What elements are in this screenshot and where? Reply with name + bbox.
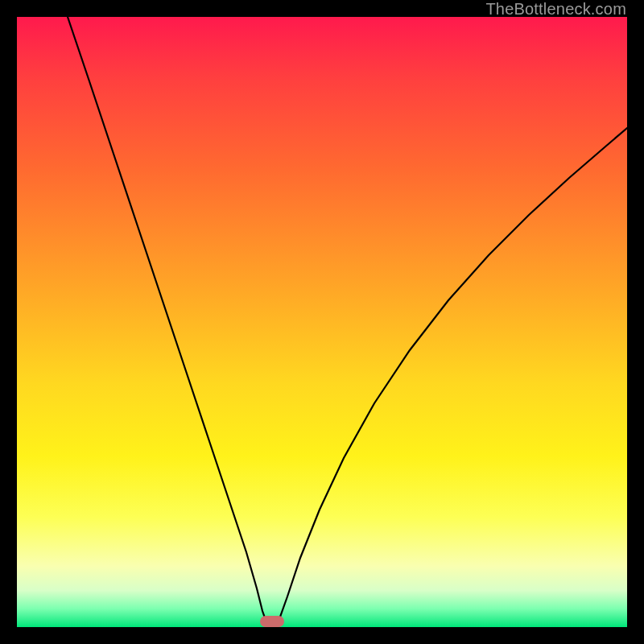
curve-svg <box>17 17 627 627</box>
curve-right-branch <box>275 128 627 627</box>
chart-frame: TheBottleneck.com <box>0 0 644 644</box>
bottleneck-marker <box>260 616 284 627</box>
plot-area <box>17 17 627 627</box>
watermark-text: TheBottleneck.com <box>485 0 626 19</box>
curve-left-branch <box>68 17 270 627</box>
